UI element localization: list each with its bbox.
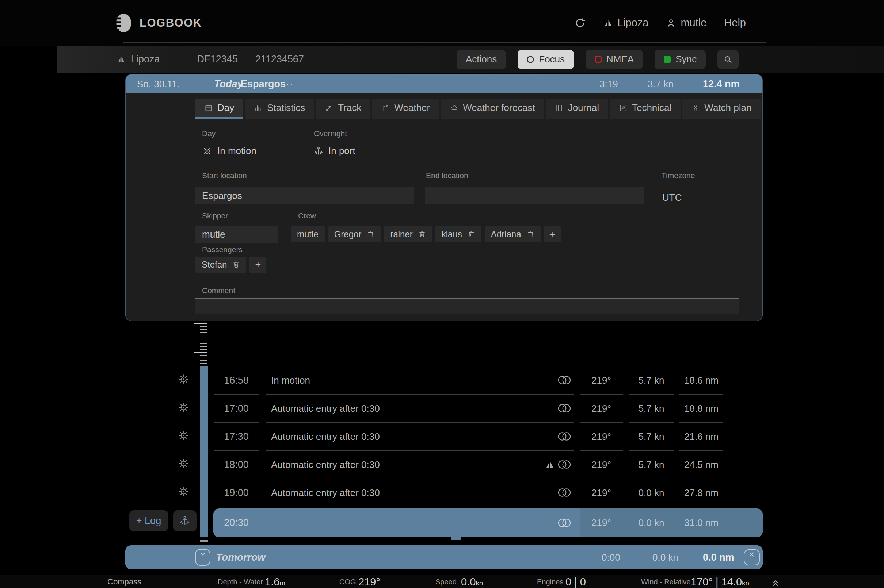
twin-circles-icon [558, 431, 571, 441]
person-icon [666, 18, 676, 28]
compass-label: Compass [107, 575, 141, 588]
timezone-value[interactable]: UTC [662, 192, 682, 203]
tab-weather[interactable]: Weather [372, 99, 439, 119]
day-card: So. 30.11. Today Espargos ··· 3:19 3.7 k… [125, 74, 763, 321]
sync-button[interactable]: Sync [655, 50, 706, 69]
anchor-button[interactable] [173, 510, 197, 531]
user-menu[interactable]: mutle [666, 17, 707, 29]
tab-track[interactable]: Track [316, 99, 370, 119]
log-entry-row[interactable]: 18:00Automatic entry after 0:30219°5.7 k… [213, 450, 723, 478]
vessel-selector[interactable]: Lipoza [117, 54, 160, 65]
comment-input[interactable] [195, 298, 739, 314]
trash-icon[interactable] [468, 231, 475, 238]
track-icon [325, 104, 333, 112]
logo-text: LOGBOOK [140, 16, 202, 30]
add-crew-button[interactable]: + [544, 226, 561, 242]
log-entry-list: 16:58In motion219°5.7 kn18.6 nm17:00Auto… [213, 366, 723, 507]
crew-name: Gregor [334, 229, 362, 239]
crew-chip[interactable]: klaus [435, 226, 481, 242]
close-icon [747, 550, 756, 559]
ship-wheel-icon [178, 458, 191, 471]
crew-name: Adriana [491, 229, 521, 239]
day-header[interactable]: So. 30.11. Today Espargos ··· 3:19 3.7 k… [126, 75, 762, 93]
end-location-input[interactable] [425, 187, 644, 204]
refresh-button[interactable] [574, 17, 586, 29]
sail-icon [545, 460, 555, 470]
skipper-input[interactable]: mutle [195, 226, 278, 243]
hourglass-icon [692, 104, 699, 112]
vessel-name: Lipoza [617, 17, 648, 29]
twin-circles-icon [558, 518, 571, 528]
log-entry-row[interactable]: 16:58In motion219°5.7 kn18.6 nm [213, 366, 723, 394]
crew-chip-list: mutleGregorrainerklausAdriana+ [291, 226, 561, 242]
selected-log-entry[interactable]: 20:30 219° 0.0 kn 31.0 nm [213, 508, 763, 537]
log-entry-row[interactable]: 17:30Automatic entry after 0:30219°5.7 k… [213, 422, 723, 450]
crew-chip[interactable]: rainer [384, 226, 432, 242]
trash-icon[interactable] [418, 231, 426, 238]
journal-icon [555, 104, 563, 112]
trash-icon[interactable] [232, 261, 240, 268]
nmea-button[interactable]: NMEA [586, 50, 643, 69]
tab-label: Journal [568, 102, 599, 114]
close-tomorrow-button[interactable] [744, 549, 760, 566]
tab-watch-plan[interactable]: Watch plan [683, 99, 761, 119]
entry-speed: 5.7 kn [629, 366, 674, 394]
trash-icon[interactable] [367, 231, 374, 238]
day-type-label: Day [202, 129, 215, 138]
ship-wheel-icon [178, 486, 191, 499]
overnight-value[interactable]: In port [314, 145, 355, 157]
day-duration: 3:19 [600, 75, 618, 93]
entry-course: 219° [580, 508, 623, 537]
entry-distance: 24.5 nm [680, 450, 723, 478]
depth-label: Depth - Water [218, 575, 263, 588]
day-type-value[interactable]: In motion [202, 145, 256, 157]
entry-course: 219° [580, 478, 623, 507]
today-badge: Today [214, 75, 243, 93]
crew-chip[interactable]: mutle [291, 226, 325, 242]
speed-label: Speed [435, 575, 457, 588]
tab-label: Statistics [267, 102, 305, 114]
expand-statusbar-button[interactable] [770, 577, 781, 588]
day-date: So. 30.11. [137, 75, 180, 93]
focus-button[interactable]: Focus [518, 50, 574, 69]
twin-circles-icon [558, 488, 571, 498]
cloud-icon [450, 104, 458, 112]
logo[interactable]: LOGBOOK [112, 0, 202, 46]
anchor-icon [314, 146, 323, 156]
entry-course: 219° [580, 394, 623, 422]
start-location-label: Start location [202, 171, 247, 180]
more-menu[interactable]: ··· [282, 75, 294, 93]
tab-day[interactable]: Day [195, 99, 243, 119]
crew-label: Crew [298, 212, 316, 220]
help-link[interactable]: Help [724, 17, 746, 29]
add-passenger-button[interactable]: + [250, 256, 266, 273]
entry-time: 17:00 [214, 394, 259, 422]
crew-chip[interactable]: Adriana [485, 226, 541, 242]
tomorrow-row[interactable]: Tomorrow 0:00 0.0 kn 0.0 nm [125, 545, 763, 569]
trash-icon[interactable] [527, 231, 534, 238]
vessel-menu[interactable]: Lipoza [603, 17, 648, 29]
tab-label: Technical [632, 102, 671, 114]
tab-weather-forecast[interactable]: Weather forecast [441, 99, 544, 119]
tab-technical[interactable]: Technical [610, 99, 681, 119]
crew-chip[interactable]: Gregor [328, 226, 381, 242]
tab-label: Track [338, 102, 361, 114]
entry-distance: 31.0 nm [680, 508, 723, 537]
actions-button[interactable]: Actions [457, 50, 506, 69]
add-log-button[interactable]: + Log [129, 510, 168, 531]
twin-circles-icon [558, 404, 571, 413]
entry-speed: 0.0 kn [629, 508, 674, 537]
entry-speed: 5.7 kn [629, 422, 674, 450]
log-entry-row[interactable]: 17:00Automatic entry after 0:30219°5.7 k… [213, 394, 723, 422]
depth-value: 1.6m [265, 575, 285, 588]
search-button[interactable] [717, 50, 739, 69]
expand-tomorrow-button[interactable] [195, 549, 210, 566]
passenger-chip[interactable]: Stefan [195, 256, 246, 273]
start-location-input[interactable]: Espargos [195, 187, 413, 204]
timeline-now-marker [451, 537, 461, 540]
tab-journal[interactable]: Journal [546, 99, 608, 119]
tab-statistics[interactable]: Statistics [245, 99, 314, 119]
chevron-down-icon [198, 550, 207, 558]
log-entry-row[interactable]: 19:00Automatic entry after 0:30219°0.0 k… [213, 478, 723, 507]
engines-value: 0 | 0 [565, 575, 586, 588]
